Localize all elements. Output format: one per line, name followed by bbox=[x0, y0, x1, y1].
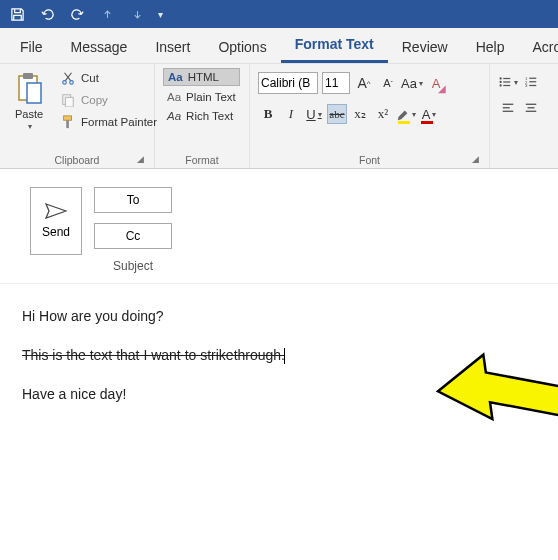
paste-caret-icon: ▾ bbox=[28, 122, 32, 131]
svg-point-11 bbox=[499, 81, 501, 83]
copy-button[interactable]: Copy bbox=[56, 90, 161, 110]
change-case-button[interactable]: Aa▾ bbox=[402, 73, 422, 93]
format-painter-button[interactable]: Format Painter bbox=[56, 112, 161, 132]
bullets-icon bbox=[498, 75, 512, 89]
copy-icon bbox=[60, 92, 76, 108]
svg-point-4 bbox=[70, 81, 74, 85]
body-line-2: This is the text that I want to striketh… bbox=[22, 347, 285, 363]
save-icon[interactable] bbox=[8, 5, 26, 23]
text-cursor bbox=[284, 348, 285, 364]
up-icon[interactable] bbox=[98, 5, 116, 23]
font-name-input[interactable] bbox=[258, 72, 318, 94]
align-center-icon bbox=[524, 101, 538, 115]
format-group-label: Format bbox=[163, 152, 241, 166]
body-line-3: Have a nice day! bbox=[22, 384, 536, 405]
html-button[interactable]: Aa HTML bbox=[163, 68, 240, 86]
strikethrough-button[interactable]: abc bbox=[327, 104, 347, 124]
svg-rect-1 bbox=[23, 73, 33, 79]
send-icon bbox=[45, 203, 67, 219]
svg-text:3: 3 bbox=[525, 83, 528, 88]
rich-label: Rich Text bbox=[186, 110, 233, 122]
cc-button[interactable]: Cc bbox=[94, 223, 172, 249]
bold-button[interactable]: B bbox=[258, 104, 278, 124]
font-group-label: Font◢ bbox=[258, 152, 481, 166]
highlight-button[interactable]: ▾ bbox=[396, 104, 416, 124]
tab-acrobat[interactable]: Acroba bbox=[518, 31, 558, 63]
align-left-icon bbox=[501, 101, 515, 115]
down-icon[interactable] bbox=[128, 5, 146, 23]
bullets-button[interactable]: ▾ bbox=[498, 72, 518, 92]
svg-point-3 bbox=[63, 81, 67, 85]
clipboard-launcher-icon[interactable]: ◢ bbox=[137, 154, 144, 164]
redo-icon[interactable] bbox=[68, 5, 86, 23]
ribbon-tabs: File Message Insert Options Format Text … bbox=[0, 28, 558, 64]
ribbon: Paste ▾ Cut Copy bbox=[0, 64, 558, 169]
grow-font-button[interactable]: A^ bbox=[354, 73, 374, 93]
tab-help[interactable]: Help bbox=[462, 31, 519, 63]
align-center-button[interactable] bbox=[521, 98, 541, 118]
clear-format-button[interactable]: A◢ bbox=[426, 73, 446, 93]
superscript-button[interactable]: x² bbox=[373, 104, 393, 124]
paste-label: Paste bbox=[15, 108, 43, 120]
tab-message[interactable]: Message bbox=[57, 31, 142, 63]
to-button[interactable]: To bbox=[94, 187, 172, 213]
svg-rect-21 bbox=[503, 104, 514, 105]
svg-rect-18 bbox=[529, 81, 536, 82]
undo-icon[interactable] bbox=[38, 5, 56, 23]
paste-icon bbox=[14, 72, 44, 106]
subject-label: Subject bbox=[94, 259, 172, 273]
svg-rect-12 bbox=[503, 81, 510, 82]
font-color-button[interactable]: A▾ bbox=[419, 104, 439, 124]
quick-access-toolbar: ▾ bbox=[0, 0, 558, 28]
send-button[interactable]: Send bbox=[30, 187, 82, 255]
html-aa: Aa bbox=[168, 71, 183, 83]
underline-button[interactable]: U▾ bbox=[304, 104, 324, 124]
subscript-button[interactable]: x₂ bbox=[350, 104, 370, 124]
mail-header: Send To Cc Subject bbox=[0, 169, 558, 284]
tab-file[interactable]: File bbox=[6, 31, 57, 63]
highlight-icon bbox=[396, 107, 410, 121]
svg-point-9 bbox=[499, 77, 501, 79]
font-launcher-icon[interactable]: ◢ bbox=[472, 154, 479, 164]
qat-customize-icon[interactable]: ▾ bbox=[158, 9, 163, 20]
cut-label: Cut bbox=[81, 72, 99, 84]
numbering-button[interactable]: 123 bbox=[521, 72, 541, 92]
svg-rect-20 bbox=[529, 85, 536, 86]
align-left-button[interactable] bbox=[498, 98, 518, 118]
format-painter-icon bbox=[60, 114, 76, 130]
paste-button[interactable]: Paste ▾ bbox=[8, 68, 50, 152]
svg-rect-23 bbox=[503, 111, 514, 112]
svg-rect-22 bbox=[503, 107, 510, 108]
shrink-font-button[interactable]: Aˇ bbox=[378, 73, 398, 93]
format-painter-label: Format Painter bbox=[81, 116, 157, 128]
rich-aa: Aa bbox=[167, 110, 181, 122]
plain-aa: Aa bbox=[167, 91, 181, 103]
svg-rect-10 bbox=[503, 78, 510, 79]
email-body[interactable]: Hi How are you doing? This is the text t… bbox=[0, 284, 558, 445]
svg-rect-24 bbox=[526, 104, 537, 105]
svg-rect-8 bbox=[66, 120, 69, 128]
tab-options[interactable]: Options bbox=[204, 31, 280, 63]
numbering-icon: 123 bbox=[524, 75, 538, 89]
svg-rect-7 bbox=[64, 116, 72, 120]
svg-point-13 bbox=[499, 84, 501, 86]
svg-rect-16 bbox=[529, 78, 536, 79]
send-label: Send bbox=[42, 225, 70, 239]
group-clipboard: Paste ▾ Cut Copy bbox=[0, 64, 155, 168]
tab-insert[interactable]: Insert bbox=[141, 31, 204, 63]
rich-text-button[interactable]: Aa Rich Text bbox=[163, 108, 240, 124]
svg-rect-26 bbox=[526, 111, 537, 112]
plain-label: Plain Text bbox=[186, 91, 236, 103]
group-paragraph: ▾ 123 bbox=[490, 64, 550, 168]
plain-text-button[interactable]: Aa Plain Text bbox=[163, 89, 240, 105]
tab-review[interactable]: Review bbox=[388, 31, 462, 63]
svg-rect-6 bbox=[65, 97, 73, 107]
clipboard-group-label: Clipboard◢ bbox=[8, 152, 146, 166]
copy-label: Copy bbox=[81, 94, 108, 106]
tab-format-text[interactable]: Format Text bbox=[281, 28, 388, 63]
cut-button[interactable]: Cut bbox=[56, 68, 161, 88]
group-font: A^ Aˇ Aa▾ A◢ B I U▾ abc x₂ x² ▾ A▾ bbox=[250, 64, 490, 168]
font-size-input[interactable] bbox=[322, 72, 350, 94]
svg-rect-25 bbox=[528, 107, 535, 108]
italic-button[interactable]: I bbox=[281, 104, 301, 124]
